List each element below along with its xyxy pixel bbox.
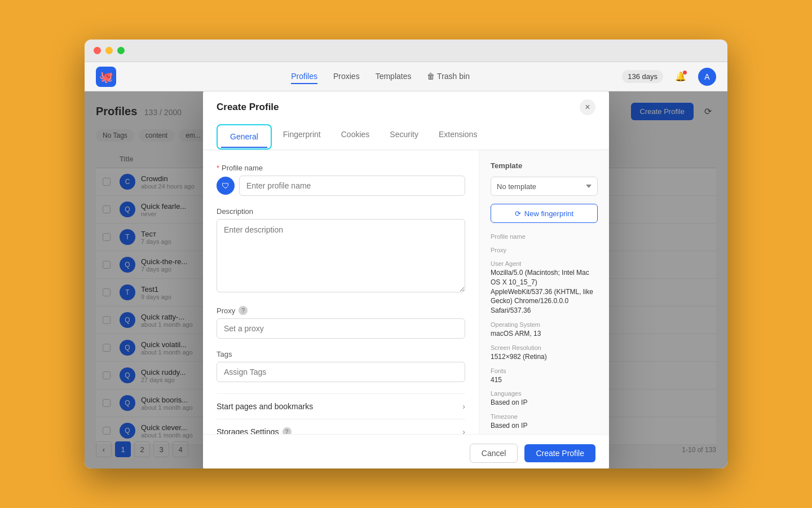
user-avatar[interactable]: A xyxy=(698,68,716,86)
app-logo: 🐙 xyxy=(96,67,116,87)
info-os-label: Operating System xyxy=(491,321,598,328)
label-text: Profile name xyxy=(222,164,263,172)
info-ua-value: Mozilla/5.0 (Macintosh; Intel Mac OS X 1… xyxy=(491,268,598,316)
modal-title: Create Profile xyxy=(217,102,279,113)
fingerprint-icon: ⟳ xyxy=(515,209,521,218)
traffic-lights xyxy=(94,47,125,54)
profile-name-icon: 🛡 xyxy=(217,177,235,195)
modal-footer: Cancel Create Profile xyxy=(203,434,609,468)
nav-trash[interactable]: 🗑 Trash bin xyxy=(427,69,469,84)
info-profile-name-label: Profile name xyxy=(491,233,598,240)
info-languages-value: Based on IP xyxy=(491,398,598,408)
modal-header: Create Profile × xyxy=(203,91,609,115)
info-os: Operating System macOS ARM, 13 xyxy=(491,321,598,339)
info-fonts: Fonts 415 xyxy=(491,367,598,385)
tab-highlight: General xyxy=(217,124,272,150)
description-textarea[interactable] xyxy=(217,219,465,292)
required-star: * xyxy=(217,164,219,172)
tab-fingerprint[interactable]: Fingerprint xyxy=(274,124,330,150)
close-button[interactable] xyxy=(94,47,101,54)
nav-right: 136 days 🔔 A xyxy=(622,68,716,86)
nav-templates[interactable]: Templates xyxy=(376,69,412,84)
info-timezone-value: Based on IP xyxy=(491,421,598,431)
profile-name-input[interactable] xyxy=(239,176,465,196)
days-badge: 136 days xyxy=(622,70,663,83)
info-languages: Languages Based on IP xyxy=(491,390,598,408)
tags-input[interactable] xyxy=(217,362,465,382)
template-select[interactable]: No template xyxy=(491,177,598,196)
storages-info-icon: ? xyxy=(283,427,292,434)
new-fingerprint-label: New fingerprint xyxy=(524,209,573,218)
app-content: 🐙 Profiles Proxies Templates 🗑 Trash bin… xyxy=(85,62,727,468)
info-timezone: Timezone Based on IP xyxy=(491,413,598,431)
titlebar xyxy=(85,40,727,62)
start-pages-chevron-icon: › xyxy=(462,402,465,411)
info-proxy: Proxy xyxy=(491,247,598,255)
tags-label: Tags xyxy=(217,350,465,358)
tab-extensions[interactable]: Extensions xyxy=(430,124,486,150)
info-fonts-label: Fonts xyxy=(491,367,598,374)
nav-links: Profiles Proxies Templates 🗑 Trash bin xyxy=(139,69,622,84)
modal-body: * Profile name 🛡 Description xyxy=(203,150,609,434)
info-timezone-label: Timezone xyxy=(491,413,598,420)
profile-name-input-wrap: 🛡 xyxy=(217,176,465,196)
start-pages-row[interactable]: Start pages and bookmarks › xyxy=(217,393,465,419)
mac-window: 🐙 Profiles Proxies Templates 🗑 Trash bin… xyxy=(85,40,727,468)
modal-tabs: General Fingerprint Cookies Security Ext… xyxy=(203,124,609,150)
modal-right-panel: Template No template ⟳ New fingerprint P… xyxy=(479,150,609,434)
tab-cookies[interactable]: Cookies xyxy=(332,124,379,150)
modal-overlay: Create Profile × General Fingerprint Coo… xyxy=(85,91,727,468)
new-fingerprint-button[interactable]: ⟳ New fingerprint xyxy=(491,204,598,223)
storages-label: Storages Settings xyxy=(217,427,279,434)
proxy-group: Proxy ? xyxy=(217,306,465,339)
start-pages-label: Start pages and bookmarks xyxy=(217,402,313,411)
info-ua-label: User Agent xyxy=(491,260,598,267)
info-proxy-label: Proxy xyxy=(491,247,598,253)
cancel-button[interactable]: Cancel xyxy=(470,444,518,463)
template-section-title: Template xyxy=(491,161,598,170)
logo-area: 🐙 xyxy=(96,67,116,87)
create-profile-modal: Create Profile × General Fingerprint Coo… xyxy=(203,91,609,468)
info-screen-value: 1512×982 (Retina) xyxy=(491,352,598,362)
info-screen-label: Screen Resolution xyxy=(491,344,598,351)
storages-row[interactable]: Storages Settings ? › xyxy=(217,419,465,434)
info-profile-name: Profile name xyxy=(491,233,598,241)
main-area: Profiles 133 / 2000 Create Profile ⟳ No … xyxy=(85,91,727,468)
profile-name-group: * Profile name 🛡 xyxy=(217,164,465,196)
modal-form: * Profile name 🛡 Description xyxy=(203,150,479,434)
info-fonts-value: 415 xyxy=(491,375,598,385)
info-os-value: macOS ARM, 13 xyxy=(491,329,598,339)
tab-general[interactable]: General xyxy=(221,126,267,148)
minimize-button[interactable] xyxy=(105,47,113,54)
nav-proxies[interactable]: Proxies xyxy=(333,69,360,84)
create-button[interactable]: Create Profile xyxy=(524,444,595,462)
description-group: Description xyxy=(217,207,465,295)
modal-close-button[interactable]: × xyxy=(580,99,595,115)
info-screen: Screen Resolution 1512×982 (Retina) xyxy=(491,344,598,362)
notification-dot xyxy=(683,71,687,75)
top-nav: 🐙 Profiles Proxies Templates 🗑 Trash bin… xyxy=(85,62,727,91)
description-label: Description xyxy=(217,207,465,216)
storages-chevron-icon: › xyxy=(462,427,465,434)
notifications-button[interactable]: 🔔 xyxy=(672,68,689,85)
proxy-info-icon: ? xyxy=(239,306,248,315)
tab-security[interactable]: Security xyxy=(381,124,427,150)
fullscreen-button[interactable] xyxy=(117,47,125,54)
proxy-label: Proxy xyxy=(217,306,235,315)
tags-group: Tags xyxy=(217,350,465,382)
proxy-input[interactable] xyxy=(217,318,465,339)
fingerprint-info: Profile name Proxy User Agent Mozilla/5.… xyxy=(491,233,598,434)
proxy-label-row: Proxy ? xyxy=(217,306,465,315)
profile-name-label: * Profile name xyxy=(217,164,465,172)
nav-profiles[interactable]: Profiles xyxy=(291,69,317,84)
info-languages-label: Languages xyxy=(491,390,598,397)
info-user-agent: User Agent Mozilla/5.0 (Macintosh; Intel… xyxy=(491,260,598,316)
